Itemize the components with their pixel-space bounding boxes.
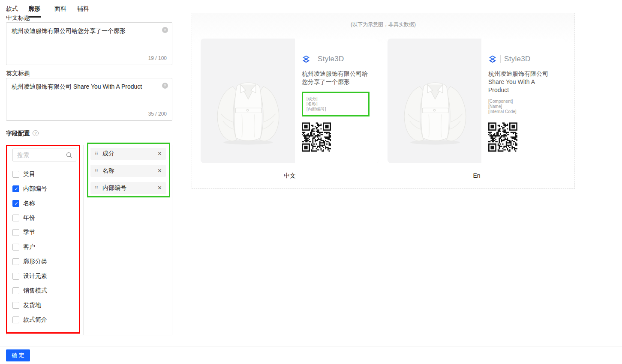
- drag-handle-icon[interactable]: ⠿: [95, 152, 98, 156]
- checkbox-row-customer[interactable]: 客户: [12, 244, 77, 251]
- footer-divider: [0, 346, 622, 346]
- checkbox-row-style-intro[interactable]: 款式简介: [12, 316, 77, 323]
- logo-divider: [500, 55, 501, 63]
- card-caption-cn: 中文: [284, 172, 296, 180]
- share-config-page: 中文标题 款式 廓形 面料 辅料 杭州凌迪服饰有限公司给您分享了一个廓形 19 …: [0, 0, 622, 364]
- drag-handle-icon[interactable]: ⠿: [95, 169, 98, 173]
- field-config-panel: 类目 内部编号 名称 年份 季节 客户 廓形分类 设计元素 销售模式 发货地 款…: [6, 145, 172, 335]
- selected-field-name[interactable]: ⠿名称×: [90, 165, 166, 177]
- cn-title-input[interactable]: 杭州凌迪服饰有限公司给您分享了一个廓形 19 / 100: [6, 22, 172, 65]
- share-title-cn: 杭州凌迪服饰有限公司给 您分享了一个廓形: [302, 70, 372, 86]
- selected-field-component[interactable]: ⠿成分×: [90, 148, 166, 160]
- tab-bar: 款式 廓形 面料 辅料: [0, 0, 189, 15]
- qr-code: [488, 122, 517, 152]
- column-divider: [182, 15, 182, 346]
- checkbox[interactable]: [12, 200, 19, 207]
- remove-icon[interactable]: ×: [158, 185, 162, 191]
- checkbox-row-silhouette-type[interactable]: 廓形分类: [12, 258, 77, 265]
- selected-field-internal-code[interactable]: ⠿内部编号×: [90, 182, 166, 194]
- remove-icon[interactable]: ×: [158, 167, 162, 174]
- clear-circle-icon[interactable]: [162, 83, 168, 89]
- checkbox[interactable]: [12, 171, 19, 178]
- checkbox-row-sales-mode[interactable]: 销售模式: [12, 287, 77, 294]
- brand-name: Style3D: [504, 55, 531, 63]
- en-title-value: 杭州凌迪服饰有限公司 Share You With A Product: [12, 83, 159, 91]
- logo-divider: [314, 55, 314, 63]
- fields-placeholder-box: [成分] [名称] [内部编号]: [302, 92, 370, 116]
- qr-code: [302, 122, 331, 152]
- checkbox-row-shipping-origin[interactable]: 发货地: [12, 302, 77, 309]
- style3d-logo-icon: [302, 55, 310, 63]
- cn-char-counter: 19 / 100: [148, 55, 167, 61]
- checkbox-row-internal-code[interactable]: 内部编号: [12, 185, 77, 192]
- en-char-counter: 35 / 200: [148, 111, 167, 117]
- garment-image: [210, 57, 286, 153]
- active-tab-underline: [28, 16, 41, 18]
- selected-fields-column: ⠿成分× ⠿名称× ⠿内部编号×: [84, 145, 172, 335]
- checkbox[interactable]: [12, 302, 19, 309]
- checkbox[interactable]: [12, 316, 19, 323]
- checkbox-row-category[interactable]: 类目: [12, 171, 77, 178]
- brand-logo: Style3D: [488, 54, 559, 64]
- field-checkbox-column: 类目 内部编号 名称 年份 季节 客户 廓形分类 设计元素 销售模式 发货地 款…: [6, 145, 83, 335]
- share-card-cn: Style3D 杭州凌迪服饰有限公司给 您分享了一个廓形 [成分] [名称] […: [295, 39, 379, 163]
- tab-style[interactable]: 款式: [6, 5, 18, 13]
- cn-title-value: 杭州凌迪服饰有限公司给您分享了一个廓形: [12, 27, 159, 35]
- fields-placeholder-box: [Component] [Name] [Internal Code]: [488, 95, 556, 118]
- brand-name: Style3D: [318, 55, 344, 63]
- preview-card-cn: Style3D 杭州凌迪服饰有限公司给 您分享了一个廓形 [成分] [名称] […: [201, 39, 379, 163]
- share-title-en: 杭州凌迪服饰有限公司 Share You With A Product: [488, 70, 559, 94]
- help-question-icon[interactable]: ?: [33, 130, 39, 136]
- share-preview-area: (以下为示意图，非真实数据): [192, 13, 575, 189]
- share-card-en: Style3D 杭州凌迪服饰有限公司 Share You With A Prod…: [481, 39, 565, 163]
- checkbox[interactable]: [12, 273, 19, 280]
- field-search[interactable]: [12, 149, 76, 161]
- search-icon: [66, 152, 72, 158]
- checkbox[interactable]: [12, 258, 19, 265]
- preview-card-en: Style3D 杭州凌迪服饰有限公司 Share You With A Prod…: [388, 39, 565, 163]
- tab-trim[interactable]: 辅料: [77, 5, 89, 13]
- tab-fabric[interactable]: 面料: [54, 5, 66, 13]
- confirm-button[interactable]: 确 定: [6, 349, 30, 361]
- checkbox[interactable]: [12, 287, 19, 294]
- preview-disclaimer: (以下为示意图，非真实数据): [192, 21, 574, 28]
- card-caption-en: En: [473, 172, 480, 179]
- garment-image: [397, 57, 473, 153]
- checkbox-row-design-element[interactable]: 设计元素: [12, 273, 77, 280]
- checkbox[interactable]: [12, 244, 19, 251]
- checkbox[interactable]: [12, 185, 19, 192]
- checkbox[interactable]: [12, 215, 19, 221]
- search-input[interactable]: [17, 149, 64, 161]
- checkbox-row-year[interactable]: 年份: [12, 215, 77, 221]
- drag-handle-icon[interactable]: ⠿: [95, 186, 98, 191]
- clear-circle-icon[interactable]: [162, 27, 168, 33]
- tab-silhouette[interactable]: 廓形: [28, 5, 40, 13]
- field-config-label: 字段配置: [6, 130, 30, 137]
- en-title-label: 英文标题: [6, 70, 30, 78]
- checkbox[interactable]: [12, 229, 19, 236]
- checkbox-row-season[interactable]: 季节: [12, 229, 77, 236]
- checkbox-row-name[interactable]: 名称: [12, 200, 77, 207]
- style3d-logo-icon: [488, 55, 497, 63]
- en-title-input[interactable]: 杭州凌迪服饰有限公司 Share You With A Product 35 /…: [6, 78, 172, 121]
- remove-icon[interactable]: ×: [158, 150, 162, 157]
- brand-logo: Style3D: [302, 54, 372, 64]
